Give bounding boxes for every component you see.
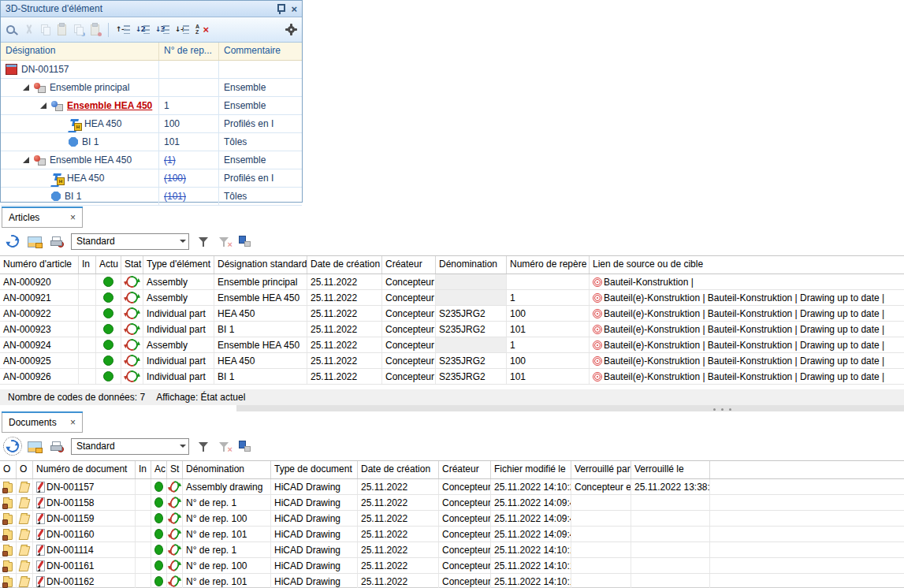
paste-icon[interactable] [57, 24, 68, 35]
refresh-icon[interactable] [4, 233, 21, 250]
view-dropdown[interactable]: Standard [71, 233, 189, 250]
folder-open-icon[interactable] [19, 515, 31, 524]
expand-all-icon[interactable] [175, 24, 189, 35]
column-header[interactable]: Type de document [271, 461, 358, 478]
print-icon[interactable] [50, 441, 62, 452]
tree-row[interactable]: BI 1(101)Tôles [1, 188, 302, 206]
column-header[interactable]: Date de création [307, 256, 382, 274]
folder-open-icon[interactable] [19, 562, 31, 571]
tree-row[interactable]: DN-001157 [1, 61, 302, 79]
clear-filter-icon[interactable]: × [218, 236, 230, 247]
column-header[interactable]: O [0, 461, 17, 478]
column-header[interactable]: In [136, 461, 151, 478]
filter-icon[interactable] [198, 236, 210, 247]
column-header[interactable]: Lien de source ou de cible [590, 256, 904, 274]
column-header[interactable]: Créateur [439, 461, 491, 478]
copy-contents-icon[interactable] [73, 24, 84, 35]
expand-level-3-icon[interactable] [155, 24, 169, 35]
column-header[interactable]: Verrouillé par [571, 461, 631, 478]
clear-filter-icon[interactable]: × [218, 441, 230, 452]
tree-expander-icon[interactable] [23, 84, 29, 91]
column-header[interactable]: Désignation standard [214, 256, 307, 274]
document-row[interactable]: DN-001162N° de rep. 101HiCAD Drawing25.1… [0, 574, 904, 588]
document-row[interactable]: DN-001114N° de rep. 1HiCAD Drawing25.11.… [0, 542, 904, 558]
document-row[interactable]: DN-001158N° de rep. 1HiCAD Drawing25.11.… [0, 495, 904, 511]
remove-sort-icon[interactable] [195, 24, 208, 35]
filter-icon[interactable] [198, 441, 210, 452]
tree-row[interactable]: Ensemble principalEnsemble [1, 79, 302, 97]
folder-locked-icon[interactable] [3, 578, 13, 587]
column-header[interactable]: Dénomination [436, 256, 507, 274]
document-row[interactable]: DN-001161N° de rep. 100HiCAD Drawing25.1… [0, 558, 904, 574]
tree-expander-icon[interactable] [23, 157, 29, 163]
linked-objects-icon[interactable] [239, 236, 251, 247]
tree-row[interactable]: Ensemble HEA 4501Ensemble [1, 97, 302, 115]
tab-documents[interactable]: Documents × [2, 413, 83, 433]
folder-locked-icon[interactable] [3, 499, 13, 508]
article-row[interactable]: AN-000924AssemblyEnsemble HEA 45025.11.2… [0, 337, 904, 353]
column-header[interactable]: Fichier modifié le [491, 461, 571, 478]
column-header[interactable]: Actu [96, 256, 121, 274]
column-header[interactable]: Type d'élément [143, 256, 214, 274]
comment-value: Tôles [224, 136, 247, 147]
tree-expander-icon[interactable] [40, 102, 47, 109]
article-row[interactable]: AN-000926Individual partBI 125.11.2022Co… [0, 369, 904, 385]
article-row[interactable]: AN-000925Individual partHEA 45025.11.202… [0, 353, 904, 369]
column-header[interactable]: Ac [151, 461, 167, 478]
tree-row[interactable]: BI 1101Tôles [1, 133, 302, 151]
tree-column-header[interactable]: N° de rep... [159, 43, 219, 60]
article-row[interactable]: AN-000923Individual partBI 125.11.2022Co… [0, 322, 904, 337]
column-header[interactable]: In [79, 256, 96, 274]
folder-locked-icon[interactable] [3, 483, 13, 493]
linked-objects-icon[interactable] [239, 441, 251, 452]
pin-icon[interactable] [275, 3, 285, 14]
refresh-icon[interactable] [4, 437, 21, 455]
close-icon[interactable]: × [70, 213, 76, 222]
folder-locked-icon[interactable] [3, 546, 13, 556]
document-row[interactable]: DN-001157Assembly drawingHiCAD Drawing25… [0, 479, 904, 495]
tree-column-header[interactable]: Désignation [1, 43, 159, 60]
column-header[interactable]: Numéro de document [33, 461, 136, 478]
search-icon[interactable] [6, 24, 18, 36]
column-header[interactable]: Dénomination [183, 461, 271, 478]
close-icon[interactable]: × [70, 418, 76, 427]
article-row[interactable]: AN-000920AssemblyEnsemble principal25.11… [0, 274, 904, 290]
column-header[interactable]: Numéro d'article [0, 256, 79, 274]
document-row[interactable]: DN-001159N° de rep. 100HiCAD Drawing25.1… [0, 511, 904, 527]
tree-column-header[interactable]: Commentaire [219, 43, 302, 60]
result-image-icon[interactable] [28, 236, 42, 247]
view-dropdown[interactable]: Standard [71, 438, 189, 455]
column-header[interactable]: Créateur [382, 256, 436, 274]
column-header[interactable]: Date de création [358, 461, 439, 478]
folder-open-icon[interactable] [19, 546, 31, 556]
expand-level-2-icon[interactable] [136, 24, 150, 35]
document-row[interactable]: DN-001160N° de rep. 101HiCAD Drawing25.1… [0, 527, 904, 542]
folder-locked-icon[interactable] [3, 562, 13, 571]
column-header[interactable]: O [17, 461, 33, 478]
collapse-all-icon[interactable] [116, 24, 130, 35]
settings-gear-icon[interactable] [285, 24, 297, 35]
column-header[interactable]: Stat [121, 256, 143, 274]
folder-open-icon[interactable] [19, 530, 31, 540]
close-icon[interactable]: × [291, 4, 297, 14]
tree-row[interactable]: Ensemble HEA 450(1)Ensemble [1, 151, 302, 169]
cut-icon[interactable] [24, 24, 35, 35]
print-icon[interactable] [50, 236, 62, 247]
folder-locked-icon[interactable] [3, 530, 13, 540]
paste-contents-icon[interactable] [90, 24, 101, 35]
column-header[interactable]: Verrouillé le [631, 461, 710, 478]
cell-document-number: DN-001157 [33, 479, 136, 494]
folder-open-icon[interactable] [19, 578, 31, 587]
column-header[interactable]: Numéro de repère [507, 256, 590, 274]
tab-articles[interactable]: Articles × [2, 208, 83, 228]
copy-icon[interactable] [40, 24, 51, 35]
folder-open-icon[interactable] [19, 499, 31, 508]
tree-row[interactable]: HHEA 450100Profilés en I [1, 115, 302, 133]
folder-open-icon[interactable] [19, 483, 31, 493]
tree-row[interactable]: HHEA 450(100)Profilés en I [1, 169, 302, 188]
article-row[interactable]: AN-000922Individual partHEA 45025.11.202… [0, 306, 904, 322]
article-row[interactable]: AN-000921AssemblyEnsemble HEA 45025.11.2… [0, 290, 904, 306]
result-image-icon[interactable] [28, 441, 42, 452]
column-header[interactable]: St [167, 461, 183, 478]
folder-locked-icon[interactable] [3, 515, 13, 524]
